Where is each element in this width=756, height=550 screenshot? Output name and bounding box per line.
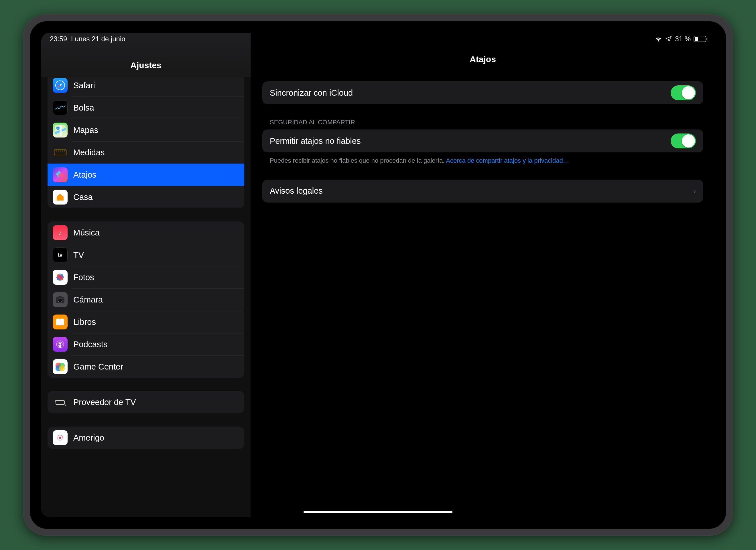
settings-sidebar: Ajustes Safari — [41, 33, 251, 517]
section-header-security: SEGURIDAD AL COMPARTIR — [262, 119, 703, 129]
sidebar-item-label: TV — [73, 250, 84, 260]
sidebar-item-tv[interactable]: tv TV — [48, 244, 244, 266]
toggle-sync-icloud[interactable] — [671, 85, 696, 100]
sidebar-item-label: Amerigo — [73, 433, 104, 443]
row-sync-icloud[interactable]: Sincronizar con iCloud — [262, 81, 703, 104]
detail-pane: Atajos Sincronizar con iCloud SEGURIDAD … — [251, 33, 715, 517]
svg-rect-33 — [56, 401, 64, 405]
svg-point-35 — [59, 437, 61, 439]
shortcuts-icon — [53, 167, 68, 182]
music-icon: ♪ — [53, 225, 68, 240]
ipad-device-frame: 23:59 Lunes 21 de junio 31 % — [23, 14, 733, 536]
sidebar-item-label: Cámara — [73, 295, 103, 305]
gamecenter-icon — [53, 359, 68, 374]
status-date: Lunes 21 de junio — [71, 35, 125, 43]
sidebar-item-bolsa[interactable]: Bolsa — [48, 96, 244, 119]
sidebar-group-apps-1: Safari Bolsa — [48, 77, 244, 208]
chevron-right-icon: › — [693, 186, 696, 196]
battery-percent: 31 % — [675, 35, 691, 43]
sidebar-item-label: Podcasts — [73, 340, 107, 349]
measure-icon — [53, 145, 68, 160]
status-time: 23:59 — [50, 35, 67, 43]
camera-icon — [53, 292, 68, 307]
sidebar-item-label: Safari — [73, 81, 95, 90]
podcasts-icon — [53, 337, 68, 352]
sidebar-item-safari[interactable]: Safari — [48, 77, 244, 96]
sidebar-item-tvprovider[interactable]: Proveedor de TV — [48, 391, 244, 413]
sidebar-item-label: Bolsa — [73, 103, 94, 113]
footer-link-privacy[interactable]: Acerca de compartir atajos y la privacid… — [446, 157, 569, 164]
photos-icon — [53, 270, 68, 285]
location-icon — [665, 35, 672, 42]
books-icon — [53, 315, 68, 330]
sidebar-item-medidas[interactable]: Medidas — [48, 141, 244, 163]
toggle-allow-untrusted[interactable] — [671, 133, 696, 148]
home-icon — [53, 190, 68, 204]
footer-text: Puedes recibir atajos no fiables que no … — [270, 157, 446, 164]
wifi-icon — [654, 36, 662, 42]
sidebar-item-fotos[interactable]: Fotos — [48, 266, 244, 289]
sidebar-group-tvprovider: Proveedor de TV — [48, 391, 244, 413]
svg-point-25 — [58, 298, 62, 302]
sidebar-item-label: Proveedor de TV — [73, 398, 136, 407]
screen: 23:59 Lunes 21 de junio 31 % — [41, 33, 715, 517]
sync-icloud-label: Sincronizar con iCloud — [270, 88, 353, 98]
sidebar-item-amerigo[interactable]: Amerigo — [48, 427, 244, 449]
sidebar-item-label: Casa — [73, 192, 93, 202]
tv-icon: tv — [53, 247, 68, 262]
sidebar-item-label: Game Center — [73, 362, 123, 372]
sidebar-item-label: Libros — [73, 318, 96, 327]
sidebar-item-camara[interactable]: Cámara — [48, 289, 244, 311]
detail-body[interactable]: Sincronizar con iCloud SEGURIDAD AL COMP… — [251, 70, 715, 517]
sidebar-item-atajos[interactable]: Atajos — [48, 163, 244, 186]
sidebar-item-label: Atajos — [73, 170, 97, 180]
sidebar-scroll[interactable]: Safari Bolsa — [41, 77, 251, 517]
tvprovider-icon — [53, 395, 68, 410]
allow-untrusted-label: Permitir atajos no fiables — [270, 136, 361, 146]
amerigo-icon — [53, 430, 68, 445]
detail-group-security: Permitir atajos no fiables — [262, 129, 703, 152]
legal-notices-label: Avisos legales — [270, 186, 323, 196]
svg-point-28 — [59, 343, 61, 345]
sidebar-item-label: Mapas — [73, 125, 98, 135]
sidebar-item-musica[interactable]: ♪ Música — [48, 221, 244, 244]
sidebar-item-libros[interactable]: Libros — [48, 311, 244, 333]
detail-group-legal: Avisos legales › — [262, 180, 703, 202]
sidebar-item-label: Fotos — [73, 273, 94, 282]
svg-point-32 — [59, 365, 65, 371]
sidebar-item-podcasts[interactable]: Podcasts — [48, 333, 244, 356]
sidebar-group-apps-2: ♪ Música tv TV Fotos — [48, 221, 244, 378]
detail-group-sync: Sincronizar con iCloud — [262, 81, 703, 104]
sidebar-item-gamecenter[interactable]: Game Center — [48, 356, 244, 378]
status-bar: 23:59 Lunes 21 de junio 31 % — [41, 33, 715, 45]
row-legal-notices[interactable]: Avisos legales › — [262, 180, 703, 202]
row-allow-untrusted[interactable]: Permitir atajos no fiables — [262, 129, 703, 152]
maps-icon — [53, 123, 68, 137]
home-indicator[interactable] — [304, 511, 452, 513]
stocks-icon — [53, 100, 68, 115]
sidebar-item-mapas[interactable]: Mapas — [48, 119, 244, 141]
ipad-bezel: 23:59 Lunes 21 de junio 31 % — [30, 21, 726, 529]
sidebar-item-label: Música — [73, 228, 100, 237]
battery-icon — [694, 36, 706, 42]
sidebar-item-casa[interactable]: Casa — [48, 186, 244, 208]
sidebar-item-label: Medidas — [73, 148, 105, 157]
sidebar-group-thirdparty: Amerigo — [48, 427, 244, 449]
safari-icon — [53, 78, 68, 93]
section-footer-security: Puedes recibir atajos no fiables que no … — [262, 152, 703, 165]
svg-rect-24 — [58, 296, 62, 298]
